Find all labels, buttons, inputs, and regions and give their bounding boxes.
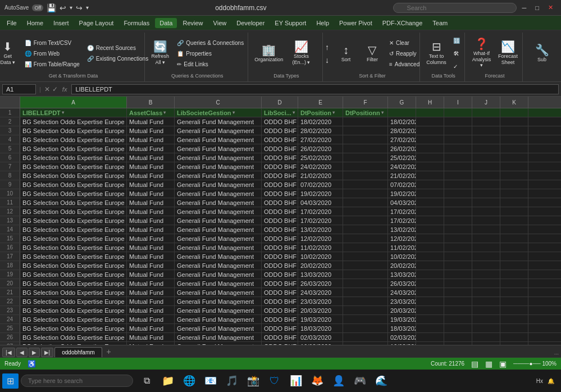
cell-f1[interactable]: DtPositionn▾: [343, 108, 388, 117]
cell-col-g-2[interactable]: 18/02/2020: [388, 117, 416, 126]
view-layout-icon[interactable]: ▦: [485, 359, 492, 368]
cell-col-d-5[interactable]: ODDO BHF: [262, 144, 298, 153]
cell-col-a-12[interactable]: BG Selection Oddo Expertise Europe: [20, 207, 127, 216]
cell-col-f-5[interactable]: [343, 144, 388, 153]
cell-col-g-19[interactable]: 13/03/2020: [388, 270, 416, 279]
cell-col-g-5[interactable]: 26/02/2020: [388, 144, 416, 153]
cell-col-f-18[interactable]: [343, 261, 388, 270]
cell-col-e-13[interactable]: 17/02/2020: [298, 216, 343, 225]
cell-col-k-8[interactable]: [500, 171, 528, 180]
cell-col-a-20[interactable]: BG Selection Oddo Expertise Europe: [20, 279, 127, 288]
cell-col-b-18[interactable]: Mutual Fund: [127, 261, 175, 270]
cell-col-d-11[interactable]: ODDO BHF: [262, 198, 298, 207]
menu-ey-support[interactable]: EY Support: [270, 18, 311, 28]
cell-col-h-10[interactable]: [416, 189, 444, 198]
cell-col-h-24[interactable]: [416, 315, 444, 323]
cell-col-h-2[interactable]: [416, 117, 444, 126]
cell-col-j-6[interactable]: [472, 153, 500, 162]
sort-btn[interactable]: ↕ Sort: [334, 38, 358, 69]
taskbar-excel[interactable]: 📊: [287, 372, 305, 390]
cell-col-j-4[interactable]: [472, 135, 500, 144]
cell-col-a-9[interactable]: BG Selection Oddo Expertise Europe: [20, 180, 127, 189]
cell-col-h-8[interactable]: [416, 171, 444, 180]
cell-col-i-6[interactable]: [444, 153, 472, 162]
cell-col-j-15[interactable]: [472, 234, 500, 243]
taskbar-teams[interactable]: 🎮: [351, 372, 369, 390]
cell-col-h-20[interactable]: [416, 279, 444, 288]
cell-col-b-13[interactable]: Mutual Fund: [127, 216, 175, 225]
cell-col-i-8[interactable]: [444, 171, 472, 180]
cell-col-b-19[interactable]: Mutual Fund: [127, 270, 175, 279]
cell-col-c-7[interactable]: Generali Fund Management: [175, 162, 262, 171]
cell-col-h-25[interactable]: [416, 324, 444, 332]
taskbar-person[interactable]: 👤: [330, 372, 348, 390]
cell-col-i-16[interactable]: [444, 243, 472, 252]
cell-col-c-25[interactable]: Generali Fund Management: [175, 324, 262, 332]
menu-data[interactable]: Data: [155, 18, 177, 28]
cell-col-d-25[interactable]: ODDO BHF: [262, 324, 298, 332]
cell-col-a-16[interactable]: BG Selection Oddo Expertise Europe: [20, 243, 127, 252]
taskbar-task-view[interactable]: ⧉: [138, 372, 156, 390]
cell-col-a-24[interactable]: BG Selection Oddo Expertise Europe: [20, 315, 127, 323]
data-tool-3-btn[interactable]: ✓: [450, 60, 463, 72]
from-text-csv-btn[interactable]: 📄 From Text/CSV: [22, 38, 83, 48]
data-tool-1-btn[interactable]: 🔢: [450, 34, 463, 47]
col-header-b[interactable]: B: [127, 97, 175, 108]
what-if-btn[interactable]: ❓ What-IfAnalysis ▾: [469, 38, 494, 69]
cell-col-h-22[interactable]: [416, 297, 444, 306]
text-to-columns-btn[interactable]: ⊟ Text toColumns: [424, 38, 449, 69]
sheet-tab-oddobhfamm[interactable]: oddobhfamm: [54, 347, 102, 357]
cell-col-g-6[interactable]: 25/02/2020: [388, 153, 416, 162]
cell-col-h-14[interactable]: [416, 225, 444, 234]
cell-col-b-22[interactable]: Mutual Fund: [127, 297, 175, 306]
cell-col-c-23[interactable]: Generali Fund Management: [175, 306, 262, 314]
cell-col-a-7[interactable]: BG Selection Oddo Expertise Europe: [20, 162, 127, 171]
cell-col-i-17[interactable]: [444, 252, 472, 261]
cell-col-e-21[interactable]: 24/03/2020: [298, 288, 343, 297]
col-header-d[interactable]: D: [262, 97, 298, 108]
cell-col-b-4[interactable]: Mutual Fund: [127, 135, 175, 144]
taskbar-file-explorer[interactable]: 📁: [159, 372, 177, 390]
menu-page-layout[interactable]: Page Layout: [75, 18, 118, 28]
cell-col-c-24[interactable]: Generali Fund Management: [175, 315, 262, 323]
menu-formulas[interactable]: Formulas: [119, 18, 154, 28]
cell-col-g-9[interactable]: 07/02/2020: [388, 180, 416, 189]
cell-col-g-25[interactable]: 18/03/2020: [388, 324, 416, 332]
cell-col-e-5[interactable]: 26/02/2020: [298, 144, 343, 153]
refresh-all-btn[interactable]: 🔄 Refresh All ▾: [148, 38, 172, 69]
cell-col-i-2[interactable]: [444, 117, 472, 126]
cell-col-k-7[interactable]: [500, 162, 528, 171]
confirm-formula-icon[interactable]: ✓: [52, 85, 58, 93]
redo-icon[interactable]: ↪: [76, 3, 83, 12]
tab-nav-last[interactable]: ▶|: [41, 348, 54, 357]
cell-col-i-24[interactable]: [444, 315, 472, 323]
cell-col-f-11[interactable]: [343, 198, 388, 207]
view-pagebreak-icon[interactable]: ▣: [499, 359, 507, 368]
cell-col-h-5[interactable]: [416, 144, 444, 153]
cell-col-d-26[interactable]: ODDO BHF: [262, 333, 298, 341]
cell-col-d-16[interactable]: ODDO BHF: [262, 243, 298, 252]
taskbar-edge[interactable]: 🌊: [372, 372, 390, 390]
cell-col-b-16[interactable]: Mutual Fund: [127, 243, 175, 252]
cell-col-j-14[interactable]: [472, 225, 500, 234]
col-header-a[interactable]: A: [20, 97, 127, 108]
cell-i1[interactable]: [444, 108, 472, 117]
cell-col-e-22[interactable]: 23/03/2020: [298, 297, 343, 306]
cell-col-e-25[interactable]: 18/03/2020: [298, 324, 343, 332]
from-web-btn[interactable]: 🌐 From Web: [22, 48, 83, 58]
clear-btn[interactable]: ✕ Clear: [386, 38, 422, 48]
cell-col-g-3[interactable]: 28/02/2020: [388, 126, 416, 135]
cell-col-c-20[interactable]: Generali Fund Management: [175, 279, 262, 288]
edit-links-btn[interactable]: ✏ Edit Links: [174, 59, 247, 69]
cell-col-i-18[interactable]: [444, 261, 472, 270]
cell-col-h-6[interactable]: [416, 153, 444, 162]
reapply-btn[interactable]: ↺ Reapply: [386, 48, 422, 58]
cell-col-d-10[interactable]: ODDO BHF: [262, 189, 298, 198]
cell-col-a-21[interactable]: BG Selection Oddo Expertise Europe: [20, 288, 127, 297]
cell-col-a-18[interactable]: BG Selection Oddo Expertise Europe: [20, 261, 127, 270]
cell-col-b-23[interactable]: Mutual Fund: [127, 306, 175, 314]
cell-col-a-3[interactable]: BG Selection Oddo Expertise Europe: [20, 126, 127, 135]
cell-col-c-19[interactable]: Generali Fund Management: [175, 270, 262, 279]
stocks-btn[interactable]: 📈 Stocks (En...) ▾: [285, 38, 318, 69]
cell-col-a-13[interactable]: BG Selection Oddo Expertise Europe: [20, 216, 127, 225]
